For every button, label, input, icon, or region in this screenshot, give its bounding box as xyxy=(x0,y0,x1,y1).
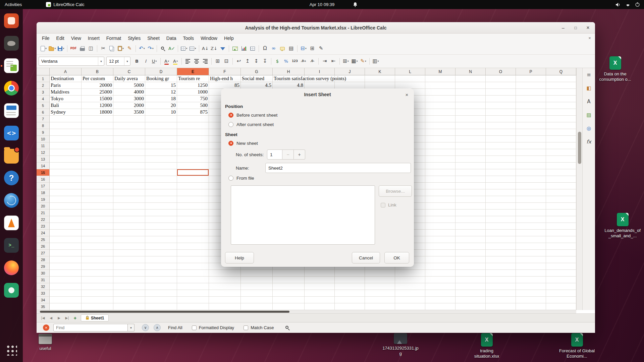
cell-Q32[interactable] xyxy=(546,283,576,290)
cell-N21[interactable] xyxy=(455,209,486,216)
cell-C11[interactable] xyxy=(113,142,145,149)
cell-P8[interactable] xyxy=(516,122,546,129)
cell-N18[interactable] xyxy=(455,189,486,196)
cell-P10[interactable] xyxy=(516,136,546,142)
cell-D32[interactable] xyxy=(145,283,177,290)
cell-E30[interactable] xyxy=(177,270,209,277)
cell-Q33[interactable] xyxy=(546,290,576,297)
headers-footers-icon[interactable]: ▤ xyxy=(287,44,296,53)
system-indicators[interactable] xyxy=(615,0,640,9)
column-header-G[interactable]: G xyxy=(241,68,273,75)
cell-D24[interactable] xyxy=(145,230,177,236)
insert-chart-icon[interactable] xyxy=(239,44,248,53)
cell-A27[interactable] xyxy=(50,250,82,256)
sheet-tab-sheet1[interactable]: Sheet1 xyxy=(81,314,109,321)
cell-N17[interactable] xyxy=(455,183,486,189)
cell-D9[interactable] xyxy=(145,129,177,136)
cell-M32[interactable] xyxy=(425,283,455,290)
cell-F30[interactable] xyxy=(209,270,241,277)
cell-B33[interactable] xyxy=(82,290,113,297)
column-header-A[interactable]: A xyxy=(50,68,82,75)
menu-styles[interactable]: Styles xyxy=(124,35,144,42)
freeze-rows-columns-icon-dropdown[interactable]: ▾ xyxy=(305,47,307,50)
cell-D18[interactable] xyxy=(145,189,177,196)
cell-L33[interactable] xyxy=(395,290,425,297)
cell-C6[interactable]: 3500 xyxy=(113,109,145,116)
cell-A25[interactable] xyxy=(50,236,82,243)
cell-H2[interactable]: 4.8 xyxy=(273,82,305,89)
cell-B6[interactable]: 18000 xyxy=(82,109,113,116)
cell-F31[interactable] xyxy=(209,277,241,283)
cell-A23[interactable] xyxy=(50,223,82,230)
cell-M22[interactable] xyxy=(425,216,455,223)
cell-C27[interactable] xyxy=(113,250,145,256)
row-header-4[interactable]: 4 xyxy=(37,96,50,102)
cell-P18[interactable] xyxy=(516,189,546,196)
cell-P33[interactable] xyxy=(516,290,546,297)
print-icon[interactable] xyxy=(78,44,87,53)
cell-D10[interactable] xyxy=(145,136,177,142)
cell-E15[interactable] xyxy=(177,169,209,176)
cell-M29[interactable] xyxy=(425,263,455,270)
cell-M2[interactable] xyxy=(425,82,455,89)
cell-L2[interactable] xyxy=(395,82,425,89)
cell-M11[interactable] xyxy=(425,142,455,149)
cell-A5[interactable]: Bali xyxy=(50,102,82,109)
sidebar-navigator-icon[interactable]: ◎ xyxy=(585,124,593,132)
column-header-K[interactable]: K xyxy=(365,68,395,75)
cell-Q20[interactable] xyxy=(546,203,576,209)
notification-bell-icon[interactable] xyxy=(353,2,358,8)
cell-B12[interactable] xyxy=(82,149,113,156)
radio-before-current-sheet[interactable]: Before current sheet xyxy=(228,112,277,118)
cell-C24[interactable] xyxy=(113,230,145,236)
cell-Q24[interactable] xyxy=(546,230,576,236)
cell-A4[interactable]: Tokyo xyxy=(50,96,82,102)
cell-B10[interactable] xyxy=(82,136,113,142)
cell-E8[interactable] xyxy=(177,122,209,129)
row-header-32[interactable]: 32 xyxy=(37,283,50,290)
sort-descending-icon[interactable]: Z↓ xyxy=(210,44,218,53)
horizontal-scrollbar[interactable] xyxy=(37,310,576,313)
cell-J32[interactable] xyxy=(335,283,365,290)
cell-B17[interactable] xyxy=(82,183,113,189)
increase-indent-icon[interactable]: ⇥ xyxy=(320,57,329,66)
cell-N34[interactable] xyxy=(455,297,486,303)
row-header-7[interactable]: 7 xyxy=(37,116,50,122)
cell-D23[interactable] xyxy=(145,223,177,230)
cell-C29[interactable] xyxy=(113,263,145,270)
cell-D14[interactable] xyxy=(145,163,177,169)
cell-F32[interactable] xyxy=(209,283,241,290)
row-header-1[interactable]: 1 xyxy=(37,75,50,82)
sidebar-functions-icon[interactable]: fx xyxy=(585,138,593,146)
cell-M10[interactable] xyxy=(425,136,455,142)
cell-D33[interactable] xyxy=(145,290,177,297)
menu-window[interactable]: Window xyxy=(197,35,221,42)
row-header-10[interactable]: 10 xyxy=(37,136,50,142)
cell-O34[interactable] xyxy=(486,297,516,303)
export-pdf-icon[interactable]: PDF xyxy=(69,44,78,53)
insert-column-icon[interactable]: ▾ xyxy=(189,44,197,53)
row-header-25[interactable]: 25 xyxy=(37,236,50,243)
cell-Q22[interactable] xyxy=(546,216,576,223)
cell-K32[interactable] xyxy=(365,283,395,290)
cell-M31[interactable] xyxy=(425,277,455,283)
cell-F35[interactable] xyxy=(209,303,241,310)
cell-M19[interactable] xyxy=(425,196,455,203)
cell-P2[interactable] xyxy=(516,82,546,89)
cell-O27[interactable] xyxy=(486,250,516,256)
row-header-15[interactable]: 15 xyxy=(37,169,50,176)
print-preview-icon[interactable]: ◫ xyxy=(87,44,95,53)
cell-G31[interactable] xyxy=(241,277,273,283)
column-header-M[interactable]: M xyxy=(425,68,455,75)
spin-increase-button[interactable] xyxy=(294,149,305,160)
align-right-icon[interactable] xyxy=(201,57,210,66)
cell-O35[interactable] xyxy=(486,303,516,310)
cell-B14[interactable] xyxy=(82,163,113,169)
cell-P7[interactable] xyxy=(516,116,546,122)
cell-C7[interactable] xyxy=(113,116,145,122)
cell-O11[interactable] xyxy=(486,142,516,149)
cell-Q30[interactable] xyxy=(546,270,576,277)
cell-Q10[interactable] xyxy=(546,136,576,142)
align-center-icon[interactable] xyxy=(192,57,201,66)
cell-P3[interactable] xyxy=(516,89,546,96)
